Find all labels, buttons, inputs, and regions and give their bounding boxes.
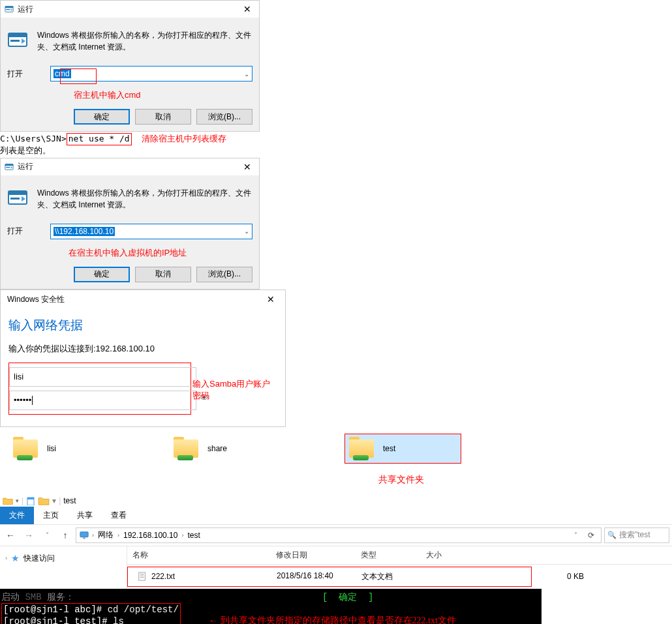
chevron-right-icon[interactable]: › [181, 532, 183, 539]
file-list: 名称 修改日期 类型 大小 222.txt 2018/5/16 18:40 文本… [127, 546, 672, 589]
password-field[interactable]: •••••• 👁 [9, 391, 196, 410]
col-date[interactable]: 修改日期 [271, 546, 356, 564]
terminal-annotation: ← 到共享文件夹所指定的存储路径中查看是否存在222.txt文件 [209, 615, 456, 624]
folder-share[interactable]: share [174, 438, 227, 459]
folder-icon [13, 438, 40, 459]
close-icon[interactable]: ✕ [239, 162, 255, 172]
tab-home[interactable]: 主页 [34, 507, 68, 524]
tab-file[interactable]: 文件 [0, 507, 34, 524]
navigation-pane: › ★ 快速访问 [0, 546, 127, 589]
security-dialog: Windows 安全性 ✕ 输入网络凭据 输入你的凭据以连接到:192.168.… [0, 290, 286, 427]
chevron-down-icon[interactable]: ⌄ [244, 70, 249, 78]
breadcrumb-network[interactable]: 网络 [97, 529, 115, 541]
ok-button[interactable]: 确定 [74, 109, 130, 125]
run-title-text: 运行 [18, 4, 33, 15]
run-icon [5, 162, 14, 171]
open-label: 打开 [7, 68, 44, 80]
folder-test[interactable]: test [344, 434, 461, 464]
cmd-prompt: C:\Users\SJN> [0, 134, 67, 143]
refresh-icon[interactable]: ⟳ [584, 531, 598, 540]
expand-icon[interactable]: › [5, 555, 7, 561]
breadcrumb[interactable]: › 网络 › 192.168.100.10 › test ˅ ⟳ [76, 527, 602, 543]
close-icon[interactable]: ✕ [239, 4, 255, 14]
file-date: 2018/5/16 18:40 [271, 568, 356, 586]
folder-label: test [383, 444, 395, 453]
window-title-text: test [63, 496, 76, 505]
search-icon: 🔍 [607, 531, 617, 539]
run-input-combo[interactable]: \\192.168.100.10 ⌄ [50, 224, 252, 239]
cancel-button[interactable]: 取消 [135, 109, 191, 125]
cred-annotation-1: 输入Samba用户账户 [192, 378, 270, 390]
close-icon[interactable]: ✕ [263, 294, 279, 305]
open-label: 打开 [7, 226, 44, 237]
run-description: Windows 将根据你所输入的名称，为你打开相应的程序、文件夹、文档或 Int… [37, 29, 252, 53]
folder-label: lisi [47, 444, 56, 453]
quick-access-item[interactable]: › ★ 快速访问 [5, 553, 121, 564]
run-dialog-titlebar: 运行 ✕ [1, 1, 259, 18]
file-row[interactable]: 222.txt 2018/5/16 18:40 文本文档 0 KB [127, 565, 672, 589]
share-folders-row: lisi share test [0, 427, 672, 470]
folder-lisi[interactable]: lisi [13, 438, 56, 459]
ok-button[interactable]: 确定 [74, 267, 130, 282]
browse-button[interactable]: 浏览(B)... [196, 267, 252, 282]
security-titlebar: Windows 安全性 ✕ [1, 290, 285, 309]
star-icon: ★ [11, 553, 20, 563]
tab-view[interactable]: 查看 [102, 507, 136, 524]
cmd-annotation: 清除宿主机中列表缓存 [142, 134, 226, 143]
folder-icon[interactable] [38, 496, 50, 505]
run-dialog-2: 运行 ✕ Windows 将根据你所输入的名称，为你打开相应的程序、文件夹、文档… [0, 158, 260, 290]
run-input-combo[interactable]: cmd ⌄ [50, 66, 252, 82]
security-heading: 输入网络凭据 [8, 317, 277, 334]
quick-access-label: 快速访问 [23, 553, 55, 564]
svg-rect-10 [27, 498, 34, 499]
ribbon-tabs: 文件 主页 共享 查看 [0, 507, 672, 524]
terminal-cmd: ls [108, 616, 124, 624]
file-type: 文本文档 [356, 568, 421, 586]
col-size[interactable]: 大小 [421, 546, 486, 564]
folder-icon [174, 438, 201, 459]
dropdown-icon[interactable]: ˅ [570, 531, 581, 539]
recent-locations-button[interactable]: ˅ [39, 527, 55, 543]
run-icon [5, 5, 14, 14]
search-placeholder: 搜索"test [619, 529, 650, 541]
run-dialog-1: 运行 ✕ Windows 将根据你所输入的名称，为你打开相应的程序、文件夹、文档… [0, 0, 260, 132]
txt-file-icon [137, 572, 147, 581]
file-size: 0 KB [532, 569, 597, 584]
file-name: 222.txt [151, 572, 175, 581]
breadcrumb-folder[interactable]: test [186, 531, 201, 540]
forward-button[interactable]: → [21, 527, 37, 543]
folder-icon [3, 496, 13, 505]
cmd-output-block: C:\Users\SJN>net use * /d 清除宿主机中列表缓存 列表是… [0, 133, 672, 156]
tab-share[interactable]: 共享 [68, 507, 102, 524]
folder-icon [349, 438, 376, 459]
up-button[interactable]: ↑ [57, 527, 73, 543]
chevron-down-icon[interactable]: ⌄ [244, 228, 249, 235]
cmd-result: 列表是空的。 [0, 145, 51, 155]
terminal-cmd: cd /opt/test/ [102, 604, 179, 615]
run-app-icon [7, 187, 28, 208]
terminal-prompt: [root@sjn1-l abc]# [3, 604, 102, 615]
terminal[interactable]: 启动 SMB 服务：[ 确定 ] [root@sjn1-l abc]# cd /… [0, 589, 542, 624]
properties-icon[interactable] [26, 496, 35, 505]
chevron-right-icon[interactable]: › [117, 532, 119, 539]
cmd-command: net use * /d [67, 133, 132, 145]
search-input[interactable]: 🔍 搜索"test [604, 527, 669, 543]
run-app-icon [7, 29, 28, 50]
col-name[interactable]: 名称 [127, 546, 271, 564]
cancel-button[interactable]: 取消 [135, 267, 191, 282]
browse-button[interactable]: 浏览(B)... [196, 109, 252, 125]
chevron-right-icon[interactable]: › [92, 532, 94, 539]
col-type[interactable]: 类型 [356, 546, 421, 564]
username-field[interactable]: lisi [9, 367, 196, 387]
run-input-value: cmd [53, 69, 71, 78]
breadcrumb-ip[interactable]: 192.168.100.10 [122, 531, 179, 540]
back-button[interactable]: ← [3, 527, 18, 543]
terminal-prompt: [root@sjn1-l test]# [3, 616, 108, 624]
run-dialog-titlebar: 运行 ✕ [1, 158, 259, 175]
down-arrow-icon[interactable]: ▾ [16, 498, 19, 504]
address-bar: ← → ˅ ↑ › 网络 › 192.168.100.10 › test ˅ ⟳… [0, 524, 672, 546]
run-title-text: 运行 [18, 161, 33, 172]
run-input-value: \\192.168.100.10 [53, 227, 115, 236]
annotation-text: 宿主机中输入cmd [74, 89, 332, 101]
run-description: Windows 将根据你所输入的名称，为你打开相应的程序、文件夹、文档或 Int… [37, 187, 252, 211]
